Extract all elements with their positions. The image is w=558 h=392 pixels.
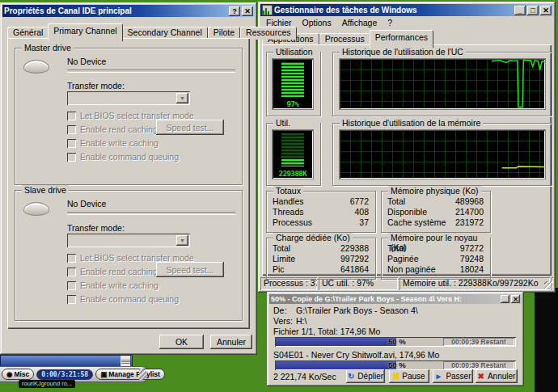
- row-label: Pic: [273, 264, 285, 274]
- unfold-icon: ↻: [348, 372, 354, 381]
- cancel-icon: ✖: [478, 372, 484, 381]
- status-processes: Processus : 37: [260, 277, 317, 290]
- command-queuing-checkbox: [67, 153, 76, 162]
- checkbox-label: Enable read caching: [80, 267, 158, 276]
- row-label: Processus: [273, 217, 312, 227]
- device-name: No Device: [67, 199, 106, 209]
- divider: [67, 70, 235, 73]
- read-caching-checkbox: [67, 268, 76, 276]
- row-label: Non paginée: [387, 264, 436, 274]
- transfer-mode-select: ▼: [67, 91, 190, 105]
- minimize-button[interactable]: _: [501, 295, 509, 303]
- row-value: 18024: [460, 264, 484, 274]
- mem-history-label: Historique d'utilisation de la mémoire: [340, 118, 483, 128]
- to-path: H:\: [296, 316, 306, 326]
- menu-affichage[interactable]: Affichage: [337, 17, 383, 28]
- row-label: Paginée: [387, 254, 419, 263]
- device-name: No Device: [67, 57, 106, 66]
- mem-history-group: Historique d'utilisation de la mémoire: [332, 123, 552, 186]
- status-cpu: UC util. : 97%: [319, 277, 398, 290]
- ide-dialog-title: Propriétés de Canal IDE principal: [4, 6, 227, 15]
- transfer-mode-select: ▼: [67, 234, 190, 247]
- row-label: Total: [387, 196, 405, 206]
- skip-button[interactable]: ► Passer: [433, 369, 473, 383]
- chevron-down-icon: ▼: [176, 235, 188, 246]
- speed-test-button: Speed test...: [156, 120, 224, 135]
- misc-button[interactable]: ◉ Misc: [2, 369, 34, 380]
- help-button[interactable]: ?: [229, 6, 240, 16]
- manage-playlist-button[interactable]: ▣ Manage Playlist: [95, 369, 165, 380]
- player-scrollbar[interactable]: [120, 356, 131, 367]
- totals-group: Totaux Handles6772 Threads408 Processus3…: [266, 191, 376, 233]
- row-label: Limite: [273, 254, 295, 263]
- ide-dialog-tabs: Général Primary Channel Secondary Channe…: [7, 23, 297, 40]
- unfold-button[interactable]: ↻ Déplier: [346, 369, 385, 383]
- cpu-usage-value: 97%: [273, 100, 313, 108]
- copy-dialog: 50% - Copie de G:\Trailer Park Boys - Se…: [267, 292, 524, 386]
- chevron-down-icon: ▼: [176, 93, 188, 103]
- transfer-mode-label: Transfer mode:: [67, 223, 125, 233]
- cpu-history-graph: [340, 59, 545, 109]
- row-value: 229388: [340, 243, 369, 253]
- kernel-memory-group: Mémoire pour le noyau (Ko) Total97272 Pa…: [381, 238, 491, 280]
- row-value: 214700: [455, 207, 484, 217]
- row-value: 231972: [455, 217, 484, 227]
- desktop: ◉ Misc 0:00/3:21:58 ▣ Manage Playlist ro…: [0, 0, 558, 392]
- tab-performances[interactable]: Performances: [370, 30, 433, 48]
- task-manager-statusbar: Processus : 37 UC util. : 97% Mémoire ut…: [260, 277, 553, 290]
- physical-memory-title: Mémoire physique (Ko): [388, 186, 481, 196]
- row-value: 408: [354, 207, 369, 217]
- close-button[interactable]: ✕: [242, 6, 253, 16]
- cancel-copy-button[interactable]: ✖ Annuler: [476, 369, 518, 383]
- menu-help[interactable]: ?: [383, 17, 397, 28]
- bios-select-checkbox: [67, 254, 76, 263]
- total-time-remaining: 00:00:39 Restant: [443, 338, 514, 346]
- checkbox-label: Enable write caching: [80, 280, 159, 290]
- maximize-button[interactable]: □: [527, 6, 539, 15]
- resize-grip[interactable]: [552, 277, 553, 290]
- task-manager-titlebar[interactable]: Gestionnaire des tâches de Windows _ □ ✕: [260, 4, 553, 16]
- close-button[interactable]: ✕: [540, 6, 552, 15]
- slave-drive-legend: Slave drive: [22, 185, 69, 195]
- drive-icon: [23, 202, 49, 216]
- bios-select-checkbox: [67, 112, 76, 120]
- write-caching-checkbox: [67, 281, 76, 290]
- pause-button[interactable]: Pause: [389, 369, 429, 383]
- row-value: 37: [359, 217, 369, 227]
- cpu-history-label: Historique de l'utilisation de l'UC: [340, 47, 466, 57]
- menu-options[interactable]: Options: [298, 17, 336, 28]
- row-value: 641864: [340, 264, 369, 274]
- cpu-usage-group: Utilisation UC 97%: [266, 52, 321, 116]
- read-caching-checkbox: [67, 125, 76, 134]
- commit-charge-group: Charge dédiée (Ko) Total229388 Limite997…: [266, 238, 376, 280]
- row-value: 6772: [350, 196, 369, 206]
- ide-dialog-titlebar[interactable]: Propriétés de Canal IDE principal ? ✕: [2, 5, 255, 17]
- player-ticker-text: rouriKJground ro...: [19, 380, 75, 388]
- manage-playlist-label: Manage Playlist: [108, 370, 160, 378]
- file-time-remaining: 00:00:39 Restant: [443, 361, 514, 369]
- mem-usage-value: 229388K: [273, 170, 313, 178]
- total-progress-percent: 50 %: [388, 337, 406, 346]
- row-label: Total: [387, 243, 405, 253]
- close-button[interactable]: ✕: [511, 295, 520, 303]
- row-value: 489968: [455, 196, 484, 206]
- checkbox-label: Enable write caching: [80, 138, 159, 148]
- command-queuing-checkbox: [67, 295, 76, 304]
- totals-title: Totaux: [273, 186, 303, 196]
- folder-icon: ▣: [100, 370, 107, 378]
- cancel-button[interactable]: Annuler: [210, 335, 252, 349]
- minimize-button[interactable]: _: [514, 6, 526, 15]
- ok-button[interactable]: OK: [159, 335, 204, 349]
- file-progress-percent: 50 %: [388, 360, 406, 369]
- transfer-mode-label: Transfer mode:: [67, 81, 125, 91]
- commit-charge-title: Charge dédiée (Ko): [273, 233, 353, 242]
- player-time-display: 0:00/3:21:58: [36, 369, 93, 380]
- master-drive-group: Master drive No Device Transfer mode: ▼ …: [15, 48, 243, 185]
- to-label: Vers:: [273, 316, 293, 326]
- current-file-name: S04E01 - Never Cry Shitwolf.avi, 174,96 …: [273, 350, 439, 360]
- transfer-speed: 2 221,74 Ko/Sec: [273, 372, 336, 381]
- tab-primary-channel[interactable]: Primary Channel: [48, 23, 122, 41]
- copy-dialog-titlebar[interactable]: 50% - Copie de G:\Trailer Park Boys - Se…: [269, 294, 522, 304]
- mem-history-graph: [340, 130, 545, 179]
- task-manager-window: Gestionnaire des tâches de Windows _ □ ✕…: [258, 2, 556, 293]
